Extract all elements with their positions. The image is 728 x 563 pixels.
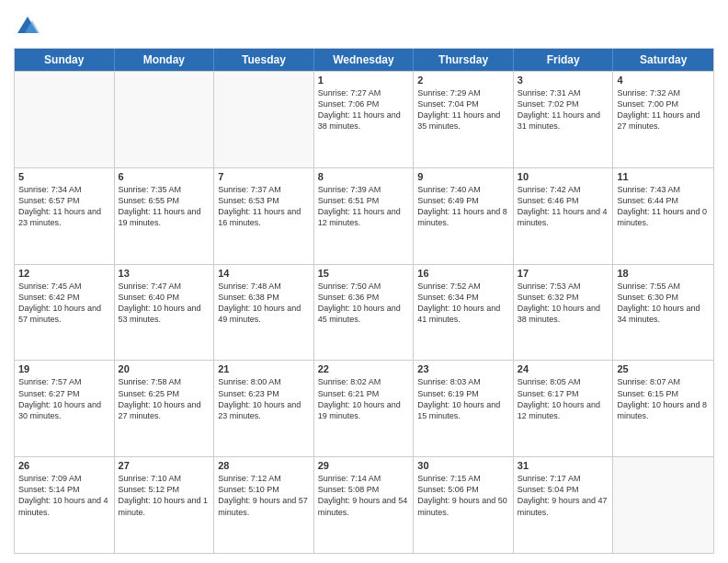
cell-info: Sunrise: 7:15 AM Sunset: 5:06 PM Dayligh…	[417, 473, 509, 518]
day-number: 6	[119, 171, 210, 182]
cell-info: Sunrise: 7:57 AM Sunset: 6:27 PM Dayligh…	[18, 376, 110, 421]
calendar-cell-1-4: 1Sunrise: 7:27 AM Sunset: 7:06 PM Daylig…	[314, 72, 415, 167]
calendar-header: SundayMondayTuesdayWednesdayThursdayFrid…	[15, 49, 713, 71]
calendar-cell-4-3: 21Sunrise: 8:00 AM Sunset: 6:23 PM Dayli…	[214, 361, 314, 456]
header-day-tuesday: Tuesday	[214, 49, 314, 71]
cell-info: Sunrise: 8:07 AM Sunset: 6:15 PM Dayligh…	[617, 376, 710, 421]
day-number: 2	[417, 75, 509, 86]
day-number: 26	[18, 460, 110, 471]
calendar-cell-2-5: 9Sunrise: 7:40 AM Sunset: 6:49 PM Daylig…	[414, 168, 514, 264]
day-number: 22	[318, 363, 410, 374]
day-number: 27	[119, 460, 210, 471]
day-number: 19	[18, 363, 110, 374]
calendar-cell-2-4: 8Sunrise: 7:39 AM Sunset: 6:51 PM Daylig…	[314, 168, 415, 264]
calendar-cell-2-7: 11Sunrise: 7:43 AM Sunset: 6:44 PM Dayli…	[613, 168, 713, 264]
day-number: 29	[318, 460, 410, 471]
day-number: 4	[617, 75, 710, 86]
day-number: 5	[18, 171, 110, 182]
calendar-cell-5-6: 31Sunrise: 7:17 AM Sunset: 5:04 PM Dayli…	[514, 457, 614, 553]
cell-info: Sunrise: 8:00 AM Sunset: 6:23 PM Dayligh…	[218, 376, 310, 421]
calendar-cell-1-2	[115, 72, 215, 167]
day-number: 10	[518, 171, 609, 182]
calendar-cell-2-6: 10Sunrise: 7:42 AM Sunset: 6:46 PM Dayli…	[514, 168, 614, 264]
calendar-row-4: 19Sunrise: 7:57 AM Sunset: 6:27 PM Dayli…	[15, 360, 713, 456]
cell-info: Sunrise: 7:55 AM Sunset: 6:30 PM Dayligh…	[617, 281, 710, 326]
calendar-cell-2-3: 7Sunrise: 7:37 AM Sunset: 6:53 PM Daylig…	[214, 168, 314, 264]
day-number: 25	[617, 363, 710, 374]
header-day-saturday: Saturday	[613, 49, 713, 71]
calendar-cell-3-2: 13Sunrise: 7:47 AM Sunset: 6:40 PM Dayli…	[115, 265, 215, 361]
header-day-thursday: Thursday	[414, 49, 514, 71]
day-number: 1	[318, 75, 410, 86]
logo	[14, 13, 45, 40]
cell-info: Sunrise: 7:53 AM Sunset: 6:32 PM Dayligh…	[518, 281, 609, 326]
calendar-cell-3-7: 18Sunrise: 7:55 AM Sunset: 6:30 PM Dayli…	[613, 265, 713, 361]
calendar-row-1: 1Sunrise: 7:27 AM Sunset: 7:06 PM Daylig…	[15, 71, 713, 167]
day-number: 23	[417, 363, 509, 374]
cell-info: Sunrise: 7:52 AM Sunset: 6:34 PM Dayligh…	[417, 281, 509, 326]
day-number: 16	[417, 268, 509, 279]
calendar-cell-3-3: 14Sunrise: 7:48 AM Sunset: 6:38 PM Dayli…	[214, 265, 314, 361]
cell-info: Sunrise: 7:50 AM Sunset: 6:36 PM Dayligh…	[318, 281, 410, 326]
cell-info: Sunrise: 7:12 AM Sunset: 5:10 PM Dayligh…	[218, 473, 310, 518]
cell-info: Sunrise: 7:34 AM Sunset: 6:57 PM Dayligh…	[18, 184, 110, 229]
cell-info: Sunrise: 7:42 AM Sunset: 6:46 PM Dayligh…	[518, 184, 609, 229]
calendar: SundayMondayTuesdayWednesdayThursdayFrid…	[14, 48, 714, 554]
calendar-cell-3-1: 12Sunrise: 7:45 AM Sunset: 6:42 PM Dayli…	[15, 265, 115, 361]
day-number: 13	[119, 268, 210, 279]
cell-info: Sunrise: 7:27 AM Sunset: 7:06 PM Dayligh…	[318, 87, 410, 132]
calendar-row-5: 26Sunrise: 7:09 AM Sunset: 5:14 PM Dayli…	[15, 456, 713, 553]
calendar-cell-3-4: 15Sunrise: 7:50 AM Sunset: 6:36 PM Dayli…	[314, 265, 415, 361]
calendar-cell-4-4: 22Sunrise: 8:02 AM Sunset: 6:21 PM Dayli…	[314, 361, 415, 456]
day-number: 28	[218, 460, 310, 471]
cell-info: Sunrise: 8:02 AM Sunset: 6:21 PM Dayligh…	[318, 376, 410, 421]
calendar-cell-4-5: 23Sunrise: 8:03 AM Sunset: 6:19 PM Dayli…	[414, 361, 514, 456]
calendar-cell-1-3	[214, 72, 314, 167]
calendar-cell-5-4: 29Sunrise: 7:14 AM Sunset: 5:08 PM Dayli…	[314, 457, 415, 553]
cell-info: Sunrise: 7:48 AM Sunset: 6:38 PM Dayligh…	[218, 281, 310, 326]
day-number: 31	[518, 460, 609, 471]
day-number: 3	[518, 75, 609, 86]
calendar-body: 1Sunrise: 7:27 AM Sunset: 7:06 PM Daylig…	[15, 71, 713, 553]
calendar-cell-1-6: 3Sunrise: 7:31 AM Sunset: 7:02 PM Daylig…	[514, 72, 614, 167]
cell-info: Sunrise: 7:45 AM Sunset: 6:42 PM Dayligh…	[18, 281, 110, 326]
cell-info: Sunrise: 7:29 AM Sunset: 7:04 PM Dayligh…	[417, 87, 509, 132]
day-number: 21	[218, 363, 310, 374]
header-day-monday: Monday	[115, 49, 215, 71]
cell-info: Sunrise: 7:31 AM Sunset: 7:02 PM Dayligh…	[518, 87, 609, 132]
calendar-cell-3-6: 17Sunrise: 7:53 AM Sunset: 6:32 PM Dayli…	[514, 265, 614, 361]
calendar-row-2: 5Sunrise: 7:34 AM Sunset: 6:57 PM Daylig…	[15, 167, 713, 264]
calendar-cell-5-5: 30Sunrise: 7:15 AM Sunset: 5:06 PM Dayli…	[414, 457, 514, 553]
header-day-wednesday: Wednesday	[314, 49, 415, 71]
day-number: 30	[417, 460, 509, 471]
calendar-cell-5-7	[613, 457, 713, 553]
day-number: 7	[218, 171, 310, 182]
calendar-cell-4-7: 25Sunrise: 8:07 AM Sunset: 6:15 PM Dayli…	[613, 361, 713, 456]
day-number: 11	[617, 171, 710, 182]
page: SundayMondayTuesdayWednesdayThursdayFrid…	[0, 0, 728, 563]
cell-info: Sunrise: 7:32 AM Sunset: 7:00 PM Dayligh…	[617, 87, 710, 132]
logo-icon	[14, 13, 41, 40]
calendar-cell-4-1: 19Sunrise: 7:57 AM Sunset: 6:27 PM Dayli…	[15, 361, 115, 456]
header-day-friday: Friday	[514, 49, 614, 71]
day-number: 24	[518, 363, 609, 374]
cell-info: Sunrise: 8:03 AM Sunset: 6:19 PM Dayligh…	[417, 376, 509, 421]
calendar-cell-5-2: 27Sunrise: 7:10 AM Sunset: 5:12 PM Dayli…	[115, 457, 215, 553]
calendar-cell-5-3: 28Sunrise: 7:12 AM Sunset: 5:10 PM Dayli…	[214, 457, 314, 553]
cell-info: Sunrise: 7:09 AM Sunset: 5:14 PM Dayligh…	[18, 473, 110, 518]
day-number: 12	[18, 268, 110, 279]
day-number: 20	[119, 363, 210, 374]
cell-info: Sunrise: 8:05 AM Sunset: 6:17 PM Dayligh…	[518, 376, 609, 421]
calendar-cell-4-6: 24Sunrise: 8:05 AM Sunset: 6:17 PM Dayli…	[514, 361, 614, 456]
calendar-cell-4-2: 20Sunrise: 7:58 AM Sunset: 6:25 PM Dayli…	[115, 361, 215, 456]
day-number: 8	[318, 171, 410, 182]
cell-info: Sunrise: 7:10 AM Sunset: 5:12 PM Dayligh…	[119, 473, 210, 518]
calendar-cell-2-2: 6Sunrise: 7:35 AM Sunset: 6:55 PM Daylig…	[115, 168, 215, 264]
cell-info: Sunrise: 7:39 AM Sunset: 6:51 PM Dayligh…	[318, 184, 410, 229]
cell-info: Sunrise: 7:43 AM Sunset: 6:44 PM Dayligh…	[617, 184, 710, 229]
calendar-row-3: 12Sunrise: 7:45 AM Sunset: 6:42 PM Dayli…	[15, 264, 713, 361]
calendar-cell-5-1: 26Sunrise: 7:09 AM Sunset: 5:14 PM Dayli…	[15, 457, 115, 553]
header	[14, 9, 714, 40]
calendar-cell-1-1	[15, 72, 115, 167]
cell-info: Sunrise: 7:35 AM Sunset: 6:55 PM Dayligh…	[119, 184, 210, 229]
